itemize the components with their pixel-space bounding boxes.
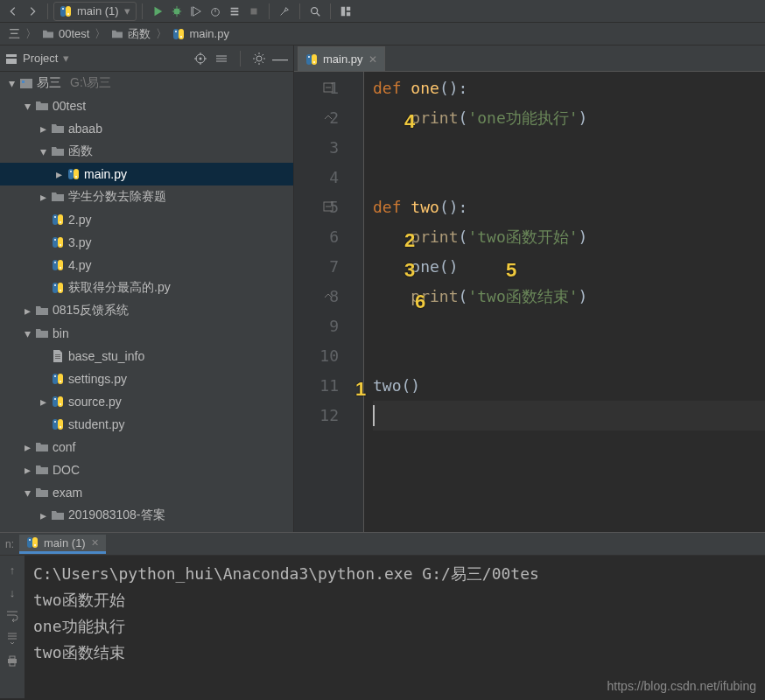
- chevron-icon[interactable]: [39, 508, 47, 522]
- profile-button[interactable]: [206, 2, 225, 21]
- chevron-right-icon: 〉: [25, 26, 37, 42]
- gutter-line[interactable]: 5: [294, 192, 339, 222]
- console-output[interactable]: C:\Users\python_hui\Anaconda3\python.exe…: [25, 556, 765, 698]
- breadcrumb-item[interactable]: main.py: [169, 27, 233, 40]
- chevron-icon[interactable]: [23, 99, 32, 113]
- collapse-button[interactable]: [214, 51, 229, 66]
- tree-item[interactable]: DOC: [0, 458, 293, 481]
- folder-icon: [35, 464, 49, 476]
- chevron-icon[interactable]: [7, 76, 16, 90]
- folder-icon: [51, 145, 65, 158]
- chevron-icon[interactable]: [23, 326, 32, 340]
- chevron-icon[interactable]: [23, 304, 32, 318]
- gutter-line[interactable]: 8: [294, 282, 339, 312]
- close-icon[interactable]: ✕: [368, 53, 377, 66]
- python-icon: [51, 214, 65, 226]
- chevron-icon[interactable]: [39, 190, 47, 204]
- search-button[interactable]: [305, 2, 325, 21]
- gutter-line[interactable]: 2: [294, 103, 339, 133]
- project-icon: [5, 52, 18, 65]
- tree-item[interactable]: abaab: [0, 117, 293, 140]
- tree-item[interactable]: 学生分数去除赛题: [0, 186, 293, 208]
- tree-item[interactable]: 获取得分最高的.py: [0, 276, 293, 299]
- run-button[interactable]: [148, 2, 167, 21]
- run-configuration-selector[interactable]: main (1) ▾: [53, 2, 137, 21]
- tree-item[interactable]: 2.py: [0, 208, 293, 231]
- folder-icon: [51, 122, 65, 135]
- breadcrumb-item[interactable]: 三: [5, 26, 24, 42]
- debug-button[interactable]: [167, 2, 186, 21]
- locate-button[interactable]: [193, 51, 208, 66]
- tree-item[interactable]: 3.py: [0, 231, 293, 254]
- tree-item[interactable]: 0815反馈系统: [0, 299, 293, 322]
- fold-icon[interactable]: [323, 290, 335, 303]
- svg-point-19: [200, 57, 202, 60]
- gutter-line[interactable]: 4: [294, 163, 339, 192]
- tree-item[interactable]: exam: [0, 481, 293, 504]
- gutter-line[interactable]: 7: [294, 252, 339, 282]
- folder-icon: [35, 486, 49, 499]
- breadcrumb-item[interactable]: 函数: [108, 26, 154, 42]
- gutter-line[interactable]: 3: [294, 133, 339, 163]
- folder-icon: [35, 100, 49, 112]
- python-icon: [51, 259, 65, 271]
- tree-item[interactable]: 易三G:\易三: [0, 72, 293, 94]
- tree-item-label: student.py: [68, 417, 125, 431]
- tree-item[interactable]: student.py: [0, 413, 293, 436]
- gutter-line[interactable]: 12: [294, 401, 339, 430]
- editor-code[interactable]: def one(): print('one功能执行') def two(): p…: [364, 72, 765, 532]
- tree-item[interactable]: source.py: [0, 390, 293, 413]
- scroll-button[interactable]: [4, 629, 21, 647]
- chevron-icon[interactable]: [23, 486, 32, 500]
- forward-button[interactable]: [23, 2, 42, 21]
- editor-tab-label: main.py: [323, 52, 363, 66]
- chevron-icon[interactable]: [39, 144, 47, 158]
- chevron-icon[interactable]: [54, 167, 63, 181]
- fold-icon[interactable]: [323, 82, 335, 94]
- close-icon[interactable]: ✕: [91, 537, 99, 549]
- gutter-line[interactable]: 11: [294, 371, 339, 401]
- fold-icon[interactable]: [323, 112, 335, 124]
- tree-item[interactable]: base_stu_info: [0, 345, 293, 368]
- doc-icon: [51, 350, 65, 362]
- editor-gutter[interactable]: 123456789101112: [294, 72, 364, 532]
- tree-item[interactable]: 2019083108-答案: [0, 504, 293, 527]
- tree-item[interactable]: 函数: [0, 140, 293, 163]
- fold-icon[interactable]: [323, 201, 335, 214]
- print-button[interactable]: [4, 652, 21, 669]
- coverage-button[interactable]: [186, 2, 206, 21]
- structure-button[interactable]: [336, 2, 355, 21]
- tree-item[interactable]: 00test: [0, 94, 293, 117]
- gutter-line[interactable]: 6: [294, 222, 339, 252]
- chevron-icon[interactable]: [39, 395, 47, 409]
- gear-icon[interactable]: [251, 51, 267, 66]
- back-button[interactable]: [4, 2, 23, 21]
- up-button[interactable]: ↑: [4, 561, 21, 578]
- down-button[interactable]: ↓: [4, 584, 21, 601]
- tree-item[interactable]: main.py: [0, 163, 293, 186]
- gutter-line[interactable]: 9: [294, 312, 339, 341]
- breadcrumb-item[interactable]: 00test: [39, 27, 93, 40]
- gutter-line[interactable]: 10: [294, 341, 339, 371]
- chevron-icon[interactable]: [23, 440, 32, 454]
- soft-wrap-button[interactable]: [4, 606, 21, 624]
- tree-item[interactable]: bin: [0, 322, 293, 345]
- stop-button[interactable]: [244, 2, 263, 21]
- tree-item-label: 2.py: [68, 213, 91, 227]
- hide-button[interactable]: —: [272, 51, 288, 66]
- concurrent-button[interactable]: [225, 2, 244, 21]
- gutter-line[interactable]: 1: [294, 74, 339, 103]
- project-tree[interactable]: 易三G:\易三00testabaab函数main.py学生分数去除赛题2.py3…: [0, 72, 293, 532]
- chevron-icon[interactable]: [39, 122, 47, 136]
- vcs-button[interactable]: [275, 2, 294, 21]
- tree-item[interactable]: 4.py: [0, 254, 293, 276]
- project-view-selector[interactable]: Project ▾: [5, 52, 187, 65]
- tree-item-label: bin: [53, 326, 69, 340]
- tree-item[interactable]: conf: [0, 436, 293, 458]
- editor-tab[interactable]: main.py ✕: [298, 46, 385, 71]
- run-tab[interactable]: main (1) ✕: [19, 535, 106, 554]
- tree-item-label: abaab: [68, 122, 102, 136]
- tree-item[interactable]: settings.py: [0, 368, 293, 390]
- chevron-icon[interactable]: [23, 463, 32, 477]
- svg-rect-11: [250, 8, 256, 14]
